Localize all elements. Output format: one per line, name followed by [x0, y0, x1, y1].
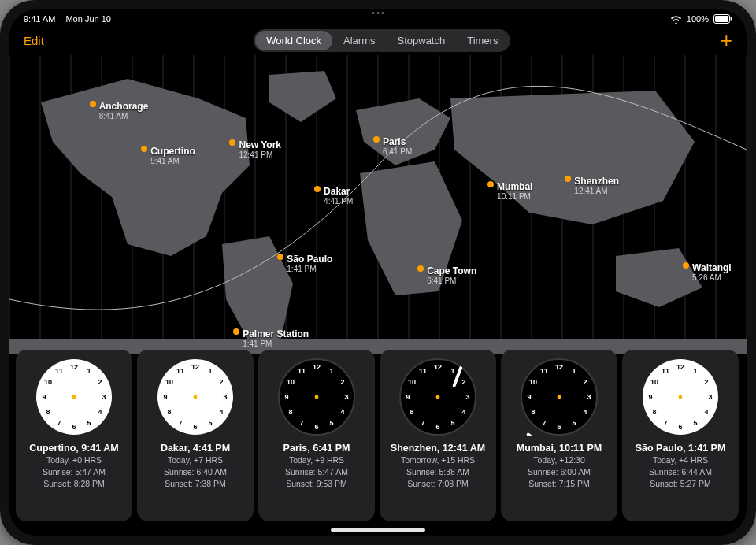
- pin-dot-icon: [233, 328, 239, 335]
- map-pin-mumbai[interactable]: Mumbai10:11 PM: [487, 179, 532, 201]
- svg-rect-1: [715, 16, 728, 22]
- pin-city: Waitangi: [692, 262, 732, 273]
- svg-text:4: 4: [583, 408, 587, 416]
- status-date: Mon Jun 10: [65, 14, 110, 24]
- map-pin-cape-town[interactable]: Cape Town6:41 PM: [417, 263, 476, 285]
- map-pin-palmer-station[interactable]: Palmer Station1:41 PM: [233, 326, 309, 348]
- tab-timers[interactable]: Timers: [456, 31, 509, 50]
- pin-time: 1:41 PM: [287, 265, 332, 273]
- svg-point-44: [72, 395, 76, 399]
- svg-text:6: 6: [435, 423, 439, 431]
- clock-offset: Tomorrow, +15 HRS: [401, 455, 475, 465]
- svg-text:10: 10: [165, 378, 173, 386]
- world-map[interactable]: Anchorage8:41 AMCupertino9:41 AMNew York…: [9, 55, 747, 354]
- svg-text:1: 1: [208, 367, 212, 375]
- svg-text:2: 2: [704, 378, 708, 386]
- svg-text:2: 2: [219, 378, 223, 386]
- pin-dot-icon: [683, 262, 689, 269]
- clock-card-cupertino[interactable]: 123456789101112 Cupertino, 9:41 AM Today…: [16, 350, 132, 521]
- clock-card-mumbai[interactable]: 123456789101112 Mumbai, 10:11 PM Today, …: [501, 350, 617, 521]
- map-pin-s-o-paulo[interactable]: São Paulo1:41 PM: [277, 251, 332, 273]
- svg-text:7: 7: [663, 419, 667, 427]
- svg-point-95: [436, 395, 440, 399]
- map-pin-anchorage[interactable]: Anchorage8:41 AM: [90, 98, 149, 120]
- clock-offset: Today, +9 HRS: [289, 455, 344, 465]
- analog-clock: 123456789101112: [641, 358, 720, 436]
- svg-text:6: 6: [72, 423, 76, 431]
- svg-text:7: 7: [178, 419, 182, 427]
- svg-text:2: 2: [583, 378, 587, 386]
- nav-bar: Edit World ClockAlarmsStopwatchTimers +: [9, 27, 747, 55]
- svg-text:3: 3: [102, 393, 106, 401]
- pin-dot-icon: [487, 181, 494, 187]
- svg-text:12: 12: [191, 363, 199, 371]
- map-pin-new-york[interactable]: New York12:41 PM: [229, 137, 281, 159]
- svg-text:7: 7: [421, 419, 424, 427]
- svg-point-78: [315, 395, 319, 399]
- add-city-button[interactable]: +: [721, 32, 732, 48]
- map-pin-waitangi[interactable]: Waitangi5:26 AM: [683, 260, 732, 282]
- svg-text:11: 11: [298, 367, 306, 375]
- svg-text:2: 2: [461, 378, 465, 386]
- clock-sunrise: Sunrise: 5:47 AM: [43, 467, 106, 477]
- clock-card-paris[interactable]: 123456789101112 Paris, 6:41 PM Today, +9…: [258, 350, 375, 521]
- svg-text:9: 9: [284, 393, 288, 401]
- svg-text:4: 4: [219, 408, 223, 416]
- pin-dot-icon: [229, 139, 235, 146]
- svg-text:6: 6: [557, 423, 561, 431]
- svg-text:11: 11: [176, 367, 184, 375]
- pin-time: 8:41 AM: [99, 112, 149, 120]
- pin-dot-icon: [277, 254, 284, 260]
- pin-time: 9:41 AM: [150, 157, 195, 165]
- svg-text:2: 2: [340, 378, 344, 386]
- svg-text:6: 6: [678, 423, 682, 431]
- pin-city: Anchorage: [99, 101, 149, 112]
- clock-card-dakar[interactable]: 123456789101112 Dakar, 4:41 PM Today, +7…: [137, 350, 254, 521]
- svg-text:12: 12: [676, 363, 684, 371]
- pin-dot-icon: [565, 176, 571, 182]
- clock-card-shenzhen[interactable]: 123456789101112 Shenzhen, 12:41 AM Tomor…: [380, 350, 496, 521]
- home-indicator[interactable]: [331, 528, 425, 532]
- clock-sunset: Sunset: 5:27 PM: [650, 479, 711, 489]
- status-time: 9:41 AM: [24, 14, 55, 24]
- pin-dot-icon: [314, 186, 321, 192]
- svg-text:1: 1: [87, 367, 91, 375]
- edit-button[interactable]: Edit: [24, 34, 44, 47]
- clock-offset: Today, +0 HRS: [46, 455, 102, 465]
- clock-sunset: Sunset: 7:38 PM: [165, 479, 226, 489]
- clock-title: Cupertino, 9:41 AM: [29, 443, 118, 454]
- svg-text:4: 4: [704, 408, 708, 416]
- screen: 9:41 AM Mon Jun 10 100% Edit World Clock…: [9, 9, 747, 536]
- mode-segmented-control[interactable]: World ClockAlarmsStopwatchTimers: [254, 29, 510, 52]
- svg-text:9: 9: [42, 393, 46, 401]
- tab-world-clock[interactable]: World Clock: [255, 31, 332, 50]
- map-pin-cupertino[interactable]: Cupertino9:41 AM: [141, 143, 195, 165]
- svg-text:12: 12: [555, 363, 563, 371]
- city-clock-strip[interactable]: 123456789101112 Cupertino, 9:41 AM Today…: [16, 350, 740, 521]
- svg-text:8: 8: [410, 408, 414, 416]
- pin-city: Shenzhen: [574, 176, 619, 187]
- tab-alarms[interactable]: Alarms: [332, 31, 386, 50]
- pin-dot-icon: [373, 136, 380, 143]
- clock-title: Shenzhen, 12:41 AM: [391, 443, 485, 454]
- svg-text:8: 8: [532, 408, 536, 416]
- svg-text:9: 9: [163, 393, 167, 401]
- pin-time: 10:11 PM: [497, 192, 532, 201]
- svg-text:8: 8: [46, 408, 50, 416]
- clock-card-s-o-paulo[interactable]: 123456789101112 São Paulo, 1:41 PM Today…: [622, 350, 739, 521]
- pin-city: Palmer Station: [243, 328, 309, 339]
- pin-time: 1:41 PM: [243, 339, 309, 348]
- tab-stopwatch[interactable]: Stopwatch: [387, 31, 457, 50]
- map-pin-shenzhen[interactable]: Shenzhen12:41 AM: [565, 173, 619, 195]
- pin-time: 12:41 PM: [239, 150, 281, 159]
- pin-time: 6:41 PM: [427, 276, 476, 285]
- map-pin-paris[interactable]: Paris6:41 PM: [373, 134, 412, 156]
- svg-text:10: 10: [529, 378, 537, 386]
- svg-text:11: 11: [540, 367, 548, 375]
- svg-point-61: [194, 395, 198, 399]
- map-pin-dakar[interactable]: Dakar4:41 PM: [314, 184, 353, 206]
- svg-text:8: 8: [289, 408, 293, 416]
- multitask-grabber[interactable]: [372, 12, 384, 14]
- analog-clock: 123456789101112: [520, 358, 598, 436]
- svg-text:1: 1: [329, 367, 333, 375]
